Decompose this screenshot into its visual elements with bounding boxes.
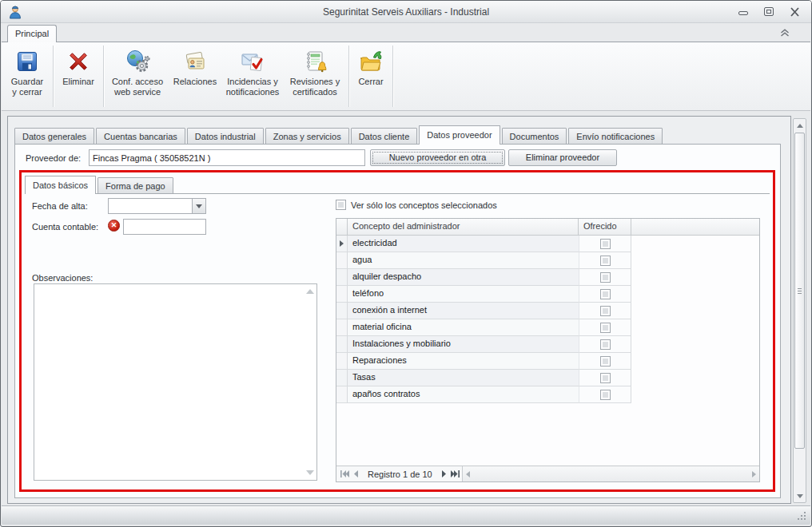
cell-concepto[interactable]: Instalaciones y mobiliario [348, 336, 579, 353]
table-row[interactable]: Instalaciones y mobiliario [336, 336, 759, 353]
resize-grip[interactable] [797, 511, 807, 521]
grid-header: Concepto del administrador Ofrecido [336, 219, 759, 236]
grid-bottom-bar: Registro 1 de 10 [336, 466, 759, 481]
cell-concepto[interactable]: material oficina [348, 319, 579, 336]
tab-envio-notificaciones[interactable]: Envío notificaciones [568, 128, 663, 145]
table-row[interactable]: apaños contratos [336, 386, 759, 403]
save-and-close-button[interactable]: Guardary cerrar [4, 45, 50, 108]
column-header-concepto[interactable]: Concepto del administrador [348, 219, 579, 235]
incidents-notifications-button[interactable]: Incidencias ynotificaciones [221, 45, 284, 108]
ribbon-separator [103, 46, 104, 107]
revisions-certificates-button[interactable]: Revisiones ycertificados [284, 45, 346, 108]
ofrecido-checkbox[interactable] [600, 339, 611, 350]
chevron-up-icon[interactable] [779, 28, 790, 38]
table-row[interactable]: alquiler despacho [336, 269, 759, 286]
scroll-down-icon[interactable] [306, 470, 314, 475]
table-row[interactable]: conexión a internet [336, 303, 759, 319]
scroll-right-icon[interactable] [752, 471, 756, 477]
ofrecido-checkbox[interactable] [600, 323, 611, 333]
user-icon [7, 4, 23, 20]
cell-concepto[interactable]: Reparaciones [348, 353, 579, 370]
cell-concepto[interactable]: teléfono [348, 286, 579, 303]
provider-input[interactable] [89, 149, 365, 166]
cell-ofrecido [579, 386, 631, 403]
ofrecido-checkbox[interactable] [600, 272, 611, 283]
minimize-button[interactable] [738, 11, 748, 15]
scroll-left-icon[interactable] [466, 471, 470, 477]
scrollbar-thumb[interactable] [794, 133, 805, 449]
table-row[interactable]: Reparaciones [336, 353, 759, 370]
subtab-datos-basicos[interactable]: Datos básicos [25, 176, 96, 194]
delete-button[interactable]: Eliminar [56, 45, 101, 108]
filter-checkbox-label[interactable]: Ver sólo los conceptos seleccionados [351, 200, 497, 210]
delete-provider-button[interactable]: Eliminar proveedor [508, 149, 617, 166]
ribbon-separator [348, 46, 349, 107]
notifications-icon [240, 48, 265, 75]
table-row[interactable]: teléfono [336, 286, 759, 303]
cell-ofrecido [579, 252, 631, 269]
button-label: Eliminar [62, 77, 94, 87]
ofrecido-checkbox[interactable] [600, 373, 611, 383]
fecha-alta-combobox[interactable] [108, 198, 206, 214]
web-service-config-button[interactable]: Conf. accesoweb service [106, 45, 169, 108]
button-label: Incidencias ynotificaciones [226, 77, 280, 97]
observaciones-textarea[interactable] [34, 283, 317, 481]
combo-dropdown-button[interactable] [192, 199, 205, 213]
cell-ofrecido [579, 269, 631, 286]
record-navigator: Registro 1 de 10 [336, 466, 463, 481]
column-header-ofrecido[interactable]: Ofrecido [579, 219, 631, 235]
cell-ofrecido [579, 353, 631, 370]
subtab-forma-de-pago[interactable]: Forma de pago [98, 177, 173, 194]
nav-last-button[interactable] [451, 470, 460, 477]
tab-datos-proveedor[interactable]: Datos proveedor [419, 125, 500, 145]
table-row[interactable]: material oficina [336, 319, 759, 336]
cell-concepto[interactable]: electricidad [348, 236, 579, 252]
table-row[interactable]: agua [336, 252, 759, 269]
cell-concepto[interactable]: apaños contratos [348, 386, 579, 403]
cell-concepto[interactable]: conexión a internet [348, 303, 579, 319]
cell-concepto[interactable]: Tasas [348, 370, 579, 386]
ofrecido-checkbox[interactable] [600, 356, 611, 367]
relations-icon [182, 48, 208, 75]
tab-datos-industrial[interactable]: Datos industrial [187, 128, 264, 145]
scroll-up-icon[interactable] [306, 289, 314, 294]
cell-ofrecido [579, 236, 631, 252]
close-button-ribbon[interactable]: Cerrar [352, 45, 390, 108]
grid-empty-area [336, 403, 759, 466]
cell-concepto[interactable]: agua [348, 252, 579, 269]
nav-prev-button[interactable] [353, 470, 359, 477]
vertical-scrollbar[interactable] [793, 118, 806, 503]
ofrecido-checkbox[interactable] [600, 239, 611, 249]
close-button[interactable] [790, 7, 800, 17]
cuenta-contable-input[interactable] [123, 219, 206, 235]
nav-next-button[interactable] [441, 470, 447, 477]
scrollbar-down-button[interactable] [794, 489, 806, 502]
cell-concepto[interactable]: alquiler despacho [348, 269, 579, 286]
horizontal-scrollbar[interactable] [463, 466, 759, 481]
ofrecido-checkbox[interactable] [600, 256, 611, 266]
tab-documentos[interactable]: Documentos [502, 128, 567, 145]
nav-first-button[interactable] [340, 470, 349, 477]
ofrecido-checkbox[interactable] [600, 289, 611, 299]
ribbon-tab-principal[interactable]: Principal [7, 25, 57, 42]
tab-zonas-y-servicios[interactable]: Zonas y servicios [265, 128, 349, 145]
status-bar [2, 505, 810, 525]
cell-ofrecido [579, 370, 631, 386]
relations-button[interactable]: Relaciones [169, 45, 221, 108]
ribbon: Guardary cerrar Eliminar [2, 42, 810, 111]
ofrecido-checkbox[interactable] [600, 390, 611, 400]
table-row[interactable]: electricidad [336, 236, 759, 252]
filter-checkbox[interactable] [336, 200, 346, 210]
scrollbar-up-button[interactable] [794, 119, 806, 132]
titlebar: Segurinitat Serveis Auxiliars - Industri… [1, 1, 811, 23]
row-indicator [336, 370, 348, 386]
tab-datos-generales[interactable]: Datos generales [14, 128, 94, 145]
table-row[interactable]: Tasas [336, 370, 759, 386]
sub-tabstrip: Datos básicosForma de pago [25, 176, 770, 194]
ofrecido-checkbox[interactable] [600, 306, 611, 316]
cell-ofrecido [579, 303, 631, 319]
tab-datos-cliente[interactable]: Datos cliente [351, 128, 418, 145]
tab-cuentas-bancarias[interactable]: Cuentas bancarias [96, 128, 185, 145]
restore-button[interactable] [764, 7, 774, 16]
new-provider-button[interactable]: Nuevo proveedor en otra empresa [370, 149, 505, 166]
